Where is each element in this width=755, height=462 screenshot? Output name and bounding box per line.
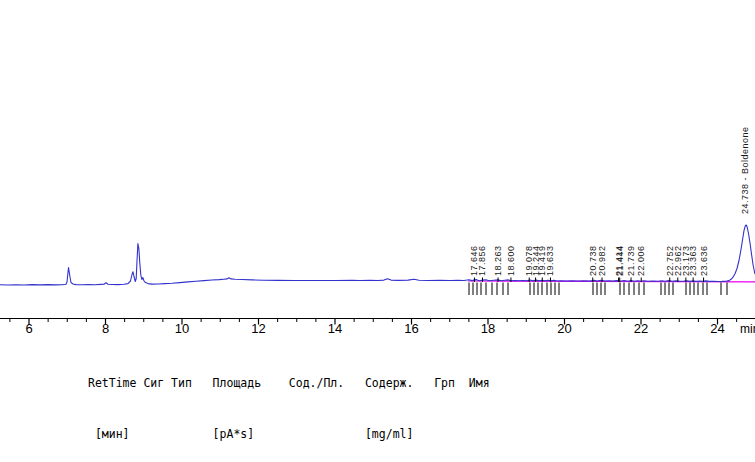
x-axis-tick-label: 22 <box>634 321 648 336</box>
integration-results-table: RetTime Сиг Тип Площадь Сод./Пл. Содерж.… <box>88 341 573 462</box>
main-peak-label: 24.738 - Boldenone <box>740 126 750 214</box>
x-axis-tick-label: 6 <box>25 321 32 336</box>
peak-rt-label: 23.636 <box>699 245 709 276</box>
peak-rt-label: 22.006 <box>636 245 646 276</box>
x-axis-tick-label: 8 <box>102 321 109 336</box>
x-axis-tick-label: 10 <box>175 321 189 336</box>
chromatogram-plot: 17.64617.85618.26318.60019.07819.24419.4… <box>0 0 755 340</box>
table-header-row: RetTime Сиг Тип Площадь Сод./Пл. Содерж.… <box>88 375 573 392</box>
x-axis-tick-label: 20 <box>557 321 571 336</box>
peak-rt-label: 19.633 <box>545 245 555 276</box>
peak-rt-label: 17.856 <box>477 245 487 276</box>
x-axis-unit-label: min <box>740 322 755 336</box>
peak-rt-label: 18.263 <box>493 245 503 276</box>
peak-rt-label: 21.444 <box>615 245 625 276</box>
peak-rt-label: 23.363 <box>688 245 698 276</box>
x-axis-tick-label: 12 <box>251 321 265 336</box>
x-axis-tick-label: 18 <box>481 321 495 336</box>
chromatogram-report-window: 17.64617.85618.26318.60019.07819.24419.4… <box>0 0 755 462</box>
x-axis-tick-label: 24 <box>710 321 724 336</box>
peak-rt-label: 18.600 <box>506 245 516 276</box>
peak-rt-label: 20.982 <box>597 245 607 276</box>
x-axis-tick-label: 14 <box>328 321 342 336</box>
table-units-row: [мин] [pA*s] [mg/ml] <box>88 426 573 443</box>
x-axis-tick-label: 16 <box>404 321 418 336</box>
peak-rt-label: 21.739 <box>626 245 636 276</box>
